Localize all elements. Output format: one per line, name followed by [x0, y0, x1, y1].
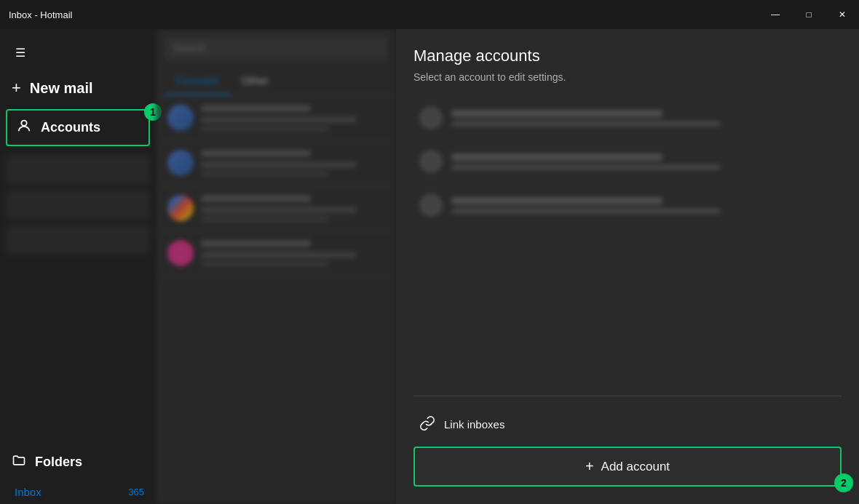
hamburger-menu-button[interactable]: ☰: [6, 38, 35, 67]
email-content-4: [201, 240, 384, 267]
add-account-label: Add account: [601, 460, 670, 474]
email-sender-3: [201, 195, 311, 202]
account-info-3: [451, 197, 836, 214]
manage-bottom-section: Link inboxes + Add account 2: [413, 396, 842, 487]
blur-row-2: [6, 190, 150, 219]
email-subject-2: [201, 161, 357, 168]
main-layout: ☰ + New mail Accounts 1: [0, 29, 859, 504]
minimize-button[interactable]: —: [759, 0, 792, 29]
account-info-1: [451, 110, 836, 127]
new-mail-label: New mail: [30, 80, 93, 97]
maximize-button[interactable]: □: [792, 0, 826, 29]
hamburger-icon: ☰: [15, 46, 25, 60]
email-subject-3: [201, 207, 357, 213]
tab-focused[interactable]: Focused: [165, 67, 230, 95]
manage-accounts-title: Manage accounts: [413, 47, 842, 65]
avatar-2: [167, 150, 194, 176]
email-item-1[interactable]: [156, 96, 396, 141]
email-content-3: [201, 195, 384, 222]
window-title: Inbox - Hotmail: [9, 9, 72, 20]
email-item-3[interactable]: [156, 186, 396, 231]
account-email-3: [451, 208, 721, 214]
account-item-2[interactable]: [413, 141, 842, 182]
account-name-1: [451, 110, 662, 117]
email-preview-3: [201, 216, 329, 222]
email-tabs: Focused Other: [156, 67, 396, 96]
account-info-2: [451, 153, 836, 170]
email-preview-1: [201, 126, 329, 132]
inbox-count: 365: [128, 487, 144, 497]
search-input[interactable]: [165, 36, 387, 60]
account-email-2: [451, 164, 721, 170]
email-subject-1: [201, 116, 357, 123]
svg-point-0: [21, 121, 26, 126]
account-icon-2: [419, 150, 443, 173]
avatar-1: [167, 105, 194, 131]
blur-row-3: [6, 225, 150, 254]
accounts-label: Accounts: [41, 120, 100, 135]
accounts-button[interactable]: Accounts 1: [6, 109, 150, 146]
manage-accounts-subtitle: Select an account to edit settings.: [413, 71, 842, 83]
manage-accounts-panel: Manage accounts Select an account to edi…: [396, 29, 859, 504]
email-preview-2: [201, 171, 329, 177]
folders-button[interactable]: Folders: [0, 444, 156, 480]
email-item-4[interactable]: [156, 231, 396, 276]
link-inboxes-button[interactable]: Link inboxes: [413, 408, 842, 441]
email-sender-1: [201, 105, 311, 112]
folders-label: Folders: [35, 455, 82, 470]
link-inboxes-icon: [419, 415, 435, 433]
account-name-3: [451, 197, 662, 204]
add-account-badge: 2: [834, 473, 853, 492]
inbox-label: Inbox: [15, 486, 41, 498]
new-mail-button[interactable]: + New mail: [0, 70, 156, 106]
person-icon: [16, 118, 32, 137]
add-account-plus-icon: +: [585, 458, 594, 475]
tab-other[interactable]: Other: [230, 67, 281, 95]
account-email-1: [451, 121, 721, 127]
email-items-list: [156, 96, 396, 504]
sidebar-content-blurred: [0, 149, 156, 444]
account-icon-1: [419, 106, 443, 129]
email-content-1: [201, 105, 384, 132]
account-item-3[interactable]: [413, 185, 842, 225]
add-account-button[interactable]: + Add account 2: [413, 447, 842, 487]
window-controls: — □ ✕: [759, 0, 859, 29]
email-subject-4: [201, 252, 357, 258]
close-button[interactable]: ✕: [826, 0, 859, 29]
inbox-item[interactable]: Inbox 365: [0, 480, 156, 504]
email-content-2: [201, 150, 384, 177]
account-name-2: [451, 153, 662, 161]
account-item-1[interactable]: [413, 97, 842, 138]
email-sender-2: [201, 150, 311, 157]
account-items-list: [413, 97, 842, 396]
email-item-2[interactable]: [156, 141, 396, 186]
titlebar: Inbox - Hotmail — □ ✕: [0, 0, 859, 29]
folder-icon: [12, 453, 26, 471]
email-list-panel: Focused Other: [156, 29, 396, 504]
sidebar: ☰ + New mail Accounts 1: [0, 29, 156, 504]
search-container: [156, 29, 396, 67]
email-preview-4: [201, 261, 329, 267]
link-inboxes-label: Link inboxes: [444, 418, 504, 431]
avatar-4: [167, 240, 194, 266]
email-sender-4: [201, 240, 311, 247]
avatar-3: [167, 195, 194, 221]
blur-row-1: [6, 155, 150, 184]
account-icon-3: [419, 193, 443, 217]
plus-icon: +: [12, 79, 21, 97]
